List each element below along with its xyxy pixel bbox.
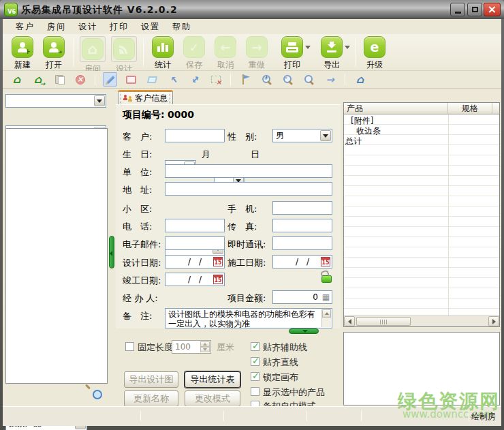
minimize-icon (455, 12, 461, 14)
home-export-button[interactable] (31, 72, 45, 87)
select-tool-button[interactable] (166, 72, 180, 87)
customer-input[interactable] (165, 129, 225, 142)
length-stepper[interactable]: 100 (172, 340, 211, 354)
zoom-out-button[interactable]: - (281, 72, 295, 87)
undo-arrow-icon (220, 40, 230, 55)
delete-button (73, 72, 87, 87)
amount-label: 项目金额: (227, 292, 266, 305)
fax-input[interactable] (272, 219, 332, 232)
category-select-1[interactable] (5, 94, 106, 108)
print-dropdown-icon[interactable] (305, 46, 311, 49)
chevron-down-icon[interactable] (320, 130, 331, 141)
menu-design[interactable]: 设计 (72, 21, 104, 33)
menu-help[interactable]: 帮助 (166, 21, 198, 33)
phone-input[interactable] (165, 219, 225, 232)
open-button[interactable]: 打开 (38, 36, 69, 71)
scroll-thumb[interactable] (356, 317, 411, 326)
company-input[interactable] (165, 164, 332, 178)
rectangle-tool-button[interactable] (124, 72, 138, 87)
clipboard-icon (55, 75, 63, 84)
pencil-tool-button[interactable] (103, 72, 117, 87)
table-hscrollbar[interactable] (344, 316, 499, 326)
birthday-label: 生 日: (123, 149, 152, 161)
col-product[interactable]: 产品 (344, 103, 448, 114)
print-button[interactable]: 打印 (272, 36, 312, 71)
mobile-input[interactable] (272, 201, 332, 215)
toolbar-separator (73, 37, 74, 66)
table-header: 产品 规格 (344, 103, 499, 114)
stats-label: 统计 (155, 59, 171, 71)
polygon-tool-button[interactable] (145, 72, 159, 87)
scroll-up-icon[interactable] (322, 309, 331, 318)
table-body[interactable]: [附件] 收边条 总计 (344, 114, 499, 316)
home-view-button[interactable] (353, 72, 367, 87)
export-dropdown-icon[interactable] (345, 46, 350, 49)
show-selected-checkbox[interactable] (251, 387, 259, 396)
stepper-up-icon[interactable] (200, 341, 210, 347)
col-spec[interactable]: 规格 (448, 103, 492, 114)
title-bar: V6 乐易集成吊顶设计软件 V6.2.0.2 (0, 0, 504, 19)
calendar-icon[interactable]: 15 (321, 257, 330, 266)
calculator-icon[interactable] (322, 292, 330, 302)
menu-print[interactable]: 打印 (104, 21, 135, 33)
remark-textarea[interactable]: 设计图纸上的模块和电器的功能和色彩有一定出入，以实物为准 (165, 308, 332, 328)
resize-tool-button[interactable] (187, 72, 202, 87)
minimize-button[interactable] (450, 3, 465, 16)
finish-date-input[interactable]: / / 15 (165, 273, 225, 286)
toolbar-separator (345, 74, 345, 85)
menu-customer[interactable]: 客户 (10, 21, 41, 33)
download-icon (326, 42, 337, 52)
zoom-in-button[interactable]: + (259, 72, 274, 87)
redo-arrow-icon (251, 40, 262, 55)
amount-value: 0 (313, 292, 318, 302)
flag-button[interactable] (238, 72, 253, 87)
menu-room[interactable]: 房间 (41, 21, 72, 33)
amount-input[interactable]: 0 (272, 290, 332, 304)
table-row[interactable]: 总计 (345, 136, 362, 147)
delete-selection-button (208, 72, 223, 87)
finish-date-value: / / (188, 274, 202, 286)
left-splitter-handle[interactable] (109, 236, 114, 268)
gender-select[interactable]: 男 (272, 129, 332, 142)
customer-label: 客 户: (123, 131, 152, 143)
home-room-button[interactable] (10, 72, 24, 87)
toolbar-separator (143, 37, 144, 66)
lock-icon[interactable] (321, 275, 332, 283)
edit-toolbar: + - (3, 71, 501, 89)
chevron-down-icon[interactable] (94, 95, 105, 106)
export-stats-button[interactable]: 导出统计表 (185, 371, 240, 388)
menu-settings[interactable]: 设置 (135, 21, 166, 33)
zoom-reset-button[interactable] (302, 72, 316, 87)
export-button[interactable]: 导出 (312, 36, 351, 71)
close-button[interactable] (484, 3, 501, 16)
calendar-icon[interactable]: 15 (213, 257, 223, 266)
scroll-left-icon[interactable] (344, 316, 355, 326)
build-date-input[interactable]: / / 15 (272, 255, 332, 268)
snap-line-checkbox[interactable] (251, 357, 259, 366)
remark-scrollbar[interactable] (321, 309, 331, 327)
save-label: 保存 (186, 59, 202, 71)
close-icon (488, 4, 497, 15)
bottom-splitter-handle[interactable] (289, 328, 319, 334)
stats-button[interactable]: 统计 (147, 36, 178, 71)
scroll-right-icon[interactable] (488, 316, 499, 326)
forward-button[interactable] (323, 72, 337, 87)
upgrade-button[interactable]: 升级 (359, 36, 390, 71)
maximize-button[interactable] (467, 3, 482, 16)
tab-customer-info[interactable]: 客户信息 (118, 90, 173, 104)
calendar-icon[interactable]: 15 (213, 275, 223, 284)
design-date-label: 设计日期: (123, 257, 161, 269)
new-button[interactable]: 新建 (7, 36, 38, 71)
address-input[interactable] (165, 182, 332, 196)
snap-line-label: 贴齐直线 (263, 356, 298, 369)
bar-chart-icon (157, 42, 168, 52)
stepper-down-icon[interactable] (200, 347, 210, 352)
email-input[interactable] (165, 236, 225, 250)
im-input[interactable] (272, 236, 332, 250)
snap-guide-checkbox[interactable] (251, 342, 259, 351)
fixed-length-checkbox[interactable] (125, 342, 134, 351)
product-list[interactable] (5, 128, 108, 384)
upgrade-e-icon (371, 40, 379, 55)
lock-canvas-checkbox[interactable] (251, 372, 259, 381)
design-date-input[interactable]: / / 15 (165, 255, 225, 268)
